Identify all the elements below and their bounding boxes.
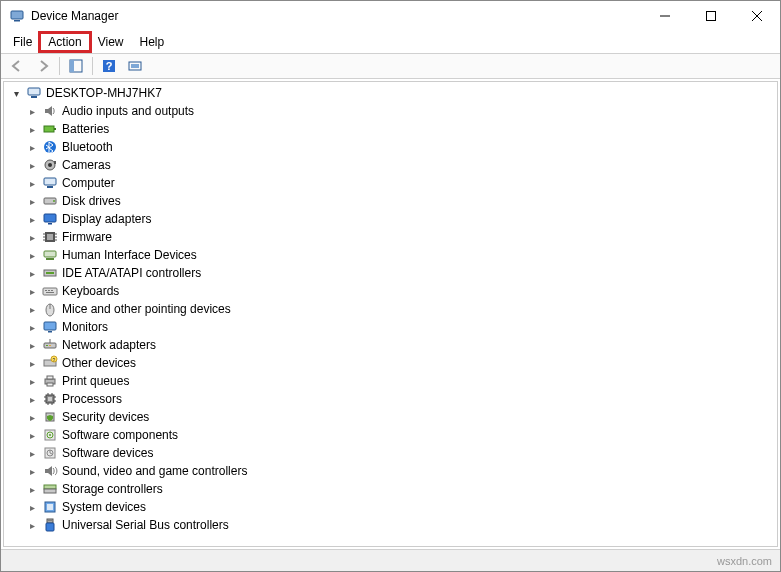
tree-node[interactable]: Disk drives (4, 192, 777, 210)
tree-node[interactable]: Keyboards (4, 282, 777, 300)
tree-node[interactable]: ?Other devices (4, 354, 777, 372)
tree-node[interactable]: Network adapters (4, 336, 777, 354)
show-hide-tree-button[interactable] (64, 55, 88, 77)
expander-icon[interactable] (26, 501, 38, 513)
tree-node-label: Keyboards (62, 284, 119, 298)
expander-icon[interactable] (26, 393, 38, 405)
tree-node[interactable]: Software components (4, 426, 777, 444)
tree-node[interactable]: Processors (4, 390, 777, 408)
tree-node[interactable]: Sound, video and game controllers (4, 462, 777, 480)
tree-node[interactable]: Bluetooth (4, 138, 777, 156)
menubar: File Action View Help (1, 31, 780, 53)
ide-icon (42, 265, 58, 281)
tree-node[interactable]: Software devices (4, 444, 777, 462)
svg-rect-34 (44, 251, 56, 257)
tree-node[interactable]: Firmware (4, 228, 777, 246)
svg-rect-25 (48, 223, 52, 225)
app-icon (9, 8, 25, 24)
svg-rect-27 (47, 234, 53, 240)
tree-node-label: Storage controllers (62, 482, 163, 496)
window-title: Device Manager (31, 9, 642, 23)
svg-point-68 (49, 434, 51, 436)
tree-node-label: Bluetooth (62, 140, 113, 154)
expander-icon[interactable] (26, 249, 38, 261)
tree-node-label: Display adapters (62, 212, 151, 226)
expander-icon[interactable] (26, 213, 38, 225)
expander-icon[interactable] (26, 321, 38, 333)
forward-button[interactable] (31, 55, 55, 77)
svg-rect-14 (44, 126, 54, 132)
tree-node[interactable]: Audio inputs and outputs (4, 102, 777, 120)
tree-node-label: Processors (62, 392, 122, 406)
tree-node[interactable]: Display adapters (4, 210, 777, 228)
expander-icon[interactable] (10, 87, 22, 99)
expander-icon[interactable] (26, 411, 38, 423)
tree-node-label: IDE ATA/ATAPI controllers (62, 266, 201, 280)
expander-icon[interactable] (26, 303, 38, 315)
tree-node-label: System devices (62, 500, 146, 514)
tree-root-label: DESKTOP-MHJ7HK7 (46, 86, 162, 100)
expander-icon[interactable] (26, 483, 38, 495)
svg-rect-41 (46, 292, 54, 293)
expander-icon[interactable] (26, 285, 38, 297)
svg-rect-75 (47, 519, 53, 523)
tree-node[interactable]: System devices (4, 498, 777, 516)
tree-node[interactable]: Cameras (4, 156, 777, 174)
help-button[interactable]: ? (97, 55, 121, 77)
tree-node[interactable]: Universal Serial Bus controllers (4, 516, 777, 534)
display-icon (42, 211, 58, 227)
expander-icon[interactable] (26, 141, 38, 153)
minimize-button[interactable] (642, 1, 688, 31)
device-tree[interactable]: DESKTOP-MHJ7HK7 Audio inputs and outputs… (3, 81, 778, 547)
expander-icon[interactable] (26, 159, 38, 171)
svg-rect-44 (44, 322, 56, 330)
tree-node[interactable]: Monitors (4, 318, 777, 336)
watermark: wsxdn.com (717, 555, 772, 567)
tree-node-label: Security devices (62, 410, 149, 424)
menu-help[interactable]: Help (132, 33, 173, 51)
software-dev-icon (42, 445, 58, 461)
expander-icon[interactable] (26, 123, 38, 135)
back-button[interactable] (5, 55, 29, 77)
toolbar-separator (59, 57, 60, 75)
tree-node-label: Other devices (62, 356, 136, 370)
expander-icon[interactable] (26, 519, 38, 531)
tree-node[interactable]: Computer (4, 174, 777, 192)
expander-icon[interactable] (26, 195, 38, 207)
menu-view[interactable]: View (90, 33, 132, 51)
firmware-icon (42, 229, 58, 245)
security-icon (42, 409, 58, 425)
tree-node-label: Firmware (62, 230, 112, 244)
expander-icon[interactable] (26, 231, 38, 243)
tree-node[interactable]: IDE ATA/ATAPI controllers (4, 264, 777, 282)
expander-icon[interactable] (26, 375, 38, 387)
svg-text:?: ? (53, 357, 56, 363)
close-button[interactable] (734, 1, 780, 31)
scan-hardware-button[interactable] (123, 55, 147, 77)
expander-icon[interactable] (26, 105, 38, 117)
expander-icon[interactable] (26, 267, 38, 279)
expander-icon[interactable] (26, 177, 38, 189)
menu-action[interactable]: Action (40, 33, 89, 51)
tree-node-label: Print queues (62, 374, 129, 388)
expander-icon[interactable] (26, 465, 38, 477)
tree-node-label: Monitors (62, 320, 108, 334)
tree-node[interactable]: Mice and other pointing devices (4, 300, 777, 318)
tree-root[interactable]: DESKTOP-MHJ7HK7 (4, 84, 777, 102)
maximize-button[interactable] (688, 1, 734, 31)
tree-node[interactable]: Storage controllers (4, 480, 777, 498)
tree-node[interactable]: Security devices (4, 408, 777, 426)
menu-file[interactable]: File (5, 33, 40, 51)
titlebar: Device Manager (1, 1, 780, 31)
expander-icon[interactable] (26, 447, 38, 459)
other-icon: ? (42, 355, 58, 371)
expander-icon[interactable] (26, 357, 38, 369)
tree-node[interactable]: Human Interface Devices (4, 246, 777, 264)
tree-node[interactable]: Batteries (4, 120, 777, 138)
expander-icon[interactable] (26, 429, 38, 441)
expander-icon[interactable] (26, 339, 38, 351)
svg-rect-11 (131, 64, 139, 68)
tree-node[interactable]: Print queues (4, 372, 777, 390)
svg-rect-35 (46, 258, 54, 260)
svg-rect-77 (49, 520, 50, 521)
